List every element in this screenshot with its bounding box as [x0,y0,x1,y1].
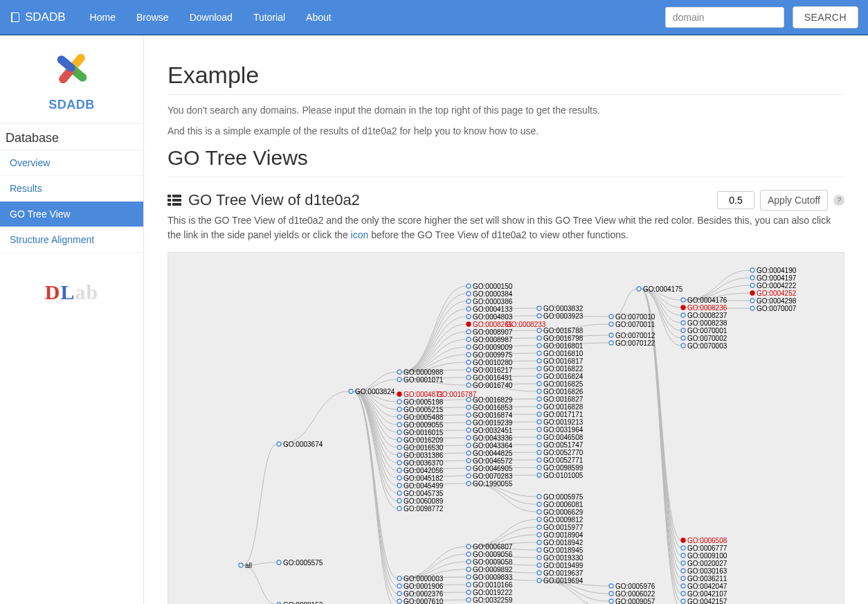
svg-text:GO:0046572: GO:0046572 [473,457,513,465]
svg-text:GO:0070011: GO:0070011 [615,321,655,328]
svg-text:GO:0016798: GO:0016798 [543,335,584,342]
svg-text:GO:0016825: GO:0016825 [543,380,584,388]
svg-text:GO:1990055: GO:1990055 [473,480,513,488]
nav-tutorial[interactable]: Tutorial [243,2,296,33]
svg-text:GO:0009812: GO:0009812 [543,516,584,524]
svg-point-141 [537,314,541,318]
svg-text:GO:0004190: GO:0004190 [757,267,797,274]
nav-download[interactable]: Download [179,2,243,33]
cutoff-input[interactable] [717,191,754,209]
svg-rect-5 [168,195,171,197]
svg-point-235 [681,336,685,340]
svg-point-191 [537,525,541,529]
svg-text:GO:0006629: GO:0006629 [543,508,584,516]
svg-text:GO:0016828: GO:0016828 [543,403,584,411]
svg-text:GO:0008237: GO:0008237 [687,312,727,319]
info-text-1: You don't search any domains. Please inp… [168,105,844,116]
svg-point-269 [750,306,754,310]
nav-home[interactable]: Home [80,2,126,33]
svg-text:GO:0032259: GO:0032259 [473,596,513,604]
svg-point-163 [537,405,541,409]
help-icon[interactable]: ? [833,195,844,206]
svg-text:GO:0016810: GO:0016810 [543,350,584,357]
svg-text:GO:0042056: GO:0042056 [404,467,444,474]
svg-text:GO:0003832: GO:0003832 [543,305,584,312]
block-head: GO Tree View of d1te0a2 Apply Cutoff ? [168,190,844,211]
svg-text:GO:0009893: GO:0009893 [473,574,513,581]
svg-point-175 [537,450,541,454]
svg-point-147 [537,344,541,348]
nav-about[interactable]: About [296,2,342,33]
svg-text:GO:0008236: GO:0008236 [687,304,727,312]
sidebar-list: Overview Results GO Tree View Structure … [0,150,143,253]
dlab-ab: ab [75,281,99,303]
svg-text:GO:0000988: GO:0000988 [404,368,444,376]
sidebar-item-structure-alignment[interactable]: Structure Alignment [0,227,143,253]
svg-point-54 [397,499,401,503]
sidebar-item-go-tree-view[interactable]: GO Tree View [0,202,143,227]
block-title-wrap: GO Tree View of d1te0a2 [168,191,360,209]
svg-text:GO:0016827: GO:0016827 [543,396,584,403]
desc-link[interactable]: icon [351,229,369,240]
svg-text:GO:0019499: GO:0019499 [543,562,584,569]
svg-text:GO:0016826: GO:0016826 [543,388,584,396]
svg-point-211 [609,333,613,337]
svg-point-149 [537,351,541,355]
svg-text:GO:0020027: GO:0020027 [687,560,727,567]
svg-rect-7 [168,199,171,202]
svg-point-56 [397,506,401,510]
svg-text:GO:0003674: GO:0003674 [283,441,323,448]
svg-text:GO:0000150: GO:0000150 [473,283,513,290]
svg-text:GO:0009058: GO:0009058 [473,558,513,566]
nav-browse[interactable]: Browse [126,2,179,33]
sidebar-item-overview[interactable]: Overview [0,150,143,176]
sidebar-item-results[interactable]: Results [0,176,143,202]
svg-text:GO:0070283: GO:0070283 [473,472,513,480]
svg-point-225 [681,298,685,302]
svg-point-101 [467,413,471,417]
svg-point-151 [537,359,541,363]
svg-point-209 [609,322,613,326]
svg-text:GO:0070010: GO:0070010 [615,313,655,321]
go-tree-panel[interactable]: allGO:0003674GO:0005575GO:0008152GO:0003… [168,252,844,604]
svg-point-38 [397,438,401,442]
svg-text:GO:0016822: GO:0016822 [543,365,584,373]
go-tree-svg[interactable]: allGO:0003674GO:0005575GO:0008152GO:0003… [168,253,844,604]
sidebar: SDADB Database Overview Results GO Tree … [0,35,144,604]
svg-point-32 [397,415,401,419]
svg-text:GO:0005198: GO:0005198 [404,398,444,406]
svg-text:GO:0016874: GO:0016874 [473,411,513,419]
apply-cutoff-button[interactable]: Apply Cutoff [760,190,828,211]
svg-text:GO:0036211: GO:0036211 [687,575,727,583]
svg-point-229 [681,313,685,317]
svg-point-205 [537,578,541,583]
svg-point-46 [397,468,401,472]
svg-point-44 [397,461,401,465]
svg-text:GO:0016740: GO:0016740 [473,382,513,389]
svg-text:GO:0016209: GO:0016209 [404,436,444,444]
svg-text:GO:0036370: GO:0036370 [404,459,444,467]
svg-point-193 [537,533,541,537]
svg-point-95 [467,383,471,387]
svg-text:GO:0016801: GO:0016801 [543,342,584,350]
svg-point-153 [537,366,541,371]
svg-point-201 [537,563,541,567]
svg-point-219 [609,599,613,603]
search-input[interactable] [665,7,784,28]
svg-text:GO:0046905: GO:0046905 [473,465,513,472]
search-button[interactable]: SEARCH [793,6,858,28]
svg-point-215 [609,584,613,588]
svg-text:GO:0015977: GO:0015977 [543,524,584,531]
svg-text:GO:0008987: GO:0008987 [473,336,513,344]
svg-point-25 [397,392,401,396]
logo: SDADB [0,35,143,119]
svg-text:GO:0001906: GO:0001906 [404,583,444,590]
svg-point-183 [537,495,541,499]
svg-point-50 [397,483,401,488]
svg-text:GO:0009057: GO:0009057 [615,598,655,605]
list-icon[interactable] [168,194,181,206]
svg-text:GO:0101005: GO:0101005 [543,472,584,479]
logo-text: SDADB [0,98,143,112]
brand[interactable]: SDADB [10,10,66,24]
svg-point-85 [467,345,471,349]
